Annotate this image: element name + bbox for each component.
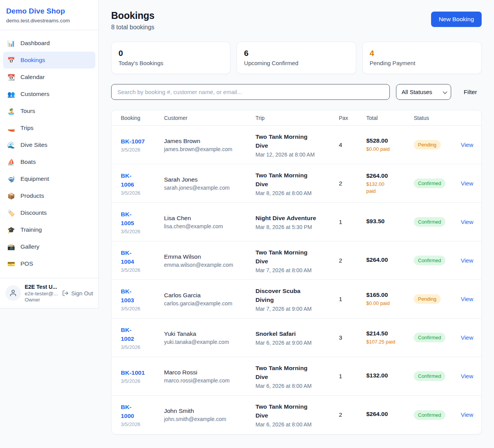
sidebar-item-label: Boats	[20, 158, 36, 165]
shop-name: Demo Dive Shop	[6, 7, 92, 15]
status-cell: Confirmed	[414, 256, 461, 265]
booking-date: 3/5/2026	[121, 147, 159, 153]
logout-icon	[62, 290, 69, 296]
customer-name: Marco Rossi	[164, 369, 251, 376]
booking-id-link[interactable]: BK-1006	[121, 171, 159, 189]
booking-id-link[interactable]: BK-1005	[121, 210, 159, 227]
trip-name: Two Tank MorningDive	[255, 402, 334, 420]
view-link[interactable]: View	[461, 141, 473, 148]
trip-datetime: Mar 6, 2026 at 8:00 AM	[255, 421, 334, 428]
sidebar-item-tours[interactable]: 🏝️ Tours	[3, 103, 95, 120]
booking-cell: BK-1001 3/5/2026	[112, 368, 164, 384]
view-link[interactable]: View	[461, 296, 473, 302]
sidebar-item-calendar[interactable]: 📆 Calendar	[3, 69, 95, 86]
customer-email: lisa.chen@example.com	[164, 223, 251, 229]
sign-out-button[interactable]: Sign Out	[62, 290, 93, 296]
customer-name: Sarah Jones	[164, 176, 251, 183]
customer-name: John Smith	[164, 408, 251, 414]
sidebar-item-bookings[interactable]: 📅 Bookings	[3, 52, 95, 69]
status-cell: Confirmed	[414, 217, 461, 227]
sidebar-item-label: Discounts	[20, 209, 47, 216]
search-input[interactable]	[111, 84, 390, 100]
total-cell: $264.00 $132.00paid	[366, 172, 414, 195]
sidebar-item-training[interactable]: 🎓 Training	[3, 221, 95, 238]
table-row: BK-1003 3/5/2026 Carlos Garcia carlos.ga…	[112, 280, 481, 318]
status-badge: Confirmed	[414, 256, 445, 265]
view-link[interactable]: View	[461, 411, 473, 418]
customer-name: James Brown	[164, 138, 251, 145]
total-amount: $264.00	[366, 256, 409, 263]
stat-card-upcoming-confirmed: 6 Upcoming Confirmed	[237, 42, 356, 74]
booking-cell: BK-1000 3/5/2026	[112, 403, 164, 427]
filter-button[interactable]: Filter	[464, 89, 477, 96]
sidebar-item-boats[interactable]: ⛵ Boats	[3, 153, 95, 170]
sidebar-item-gallery[interactable]: 📸 Gallery	[3, 238, 95, 255]
view-link[interactable]: View	[461, 373, 473, 379]
total-amount: $165.00	[366, 291, 409, 298]
trip-name: Two Tank MorningDive	[255, 132, 334, 150]
sidebar-item-pos[interactable]: 💳 POS	[3, 255, 95, 272]
package-icon: 📦	[7, 192, 15, 200]
stat-label: Today's Bookings	[118, 60, 223, 66]
stat-card-todays-bookings: 0 Today's Bookings	[111, 42, 230, 74]
status-select[interactable]: All Statuses	[396, 84, 451, 100]
sidebar-item-label: Dive Sites	[20, 141, 47, 148]
shop-header: Demo Dive Shop demo.test.divestreams.com	[0, 0, 98, 30]
booking-cell: BK-1007 3/5/2026	[112, 137, 164, 153]
table-row: BK-1005 3/5/2026 Lisa Chen lisa.chen@exa…	[112, 203, 481, 241]
booking-id-link[interactable]: BK-1002	[121, 325, 159, 343]
trip-cell: Night Dive Adventure Mar 8, 2026 at 5:30…	[255, 214, 339, 230]
status-cell: Pending	[414, 294, 461, 304]
sidebar-item-dashboard[interactable]: 📊 Dashboard	[3, 35, 95, 52]
sidebar-item-label: Dashboard	[20, 40, 50, 47]
sidebar-item-trips[interactable]: 🚤 Trips	[3, 120, 95, 136]
bar-chart-icon: 📊	[7, 40, 15, 47]
sidebar-item-equipment[interactable]: 🤿 Equipment	[3, 170, 95, 187]
customer-name: Yuki Tanaka	[164, 330, 251, 337]
total-cell: $528.00 $0.00 paid	[366, 137, 414, 153]
paid-amount: $107.25 paid	[366, 339, 409, 345]
sailboat-icon: ⛵	[7, 158, 15, 166]
table-row: BK-1007 3/5/2026 James Brown james.brown…	[112, 126, 481, 164]
island-icon: 🏝️	[7, 108, 15, 115]
total-amount: $132.00	[366, 372, 409, 379]
status-badge: Confirmed	[414, 217, 445, 227]
booking-id-link[interactable]: BK-1001	[121, 368, 159, 377]
booking-date: 3/5/2026	[121, 344, 159, 350]
booking-id-link[interactable]: BK-1007	[121, 137, 159, 146]
new-booking-button[interactable]: New Booking	[431, 12, 482, 27]
view-link[interactable]: View	[461, 180, 473, 187]
total-cell: $264.00	[366, 256, 414, 265]
sidebar-item-label: POS	[20, 260, 33, 267]
customer-email: yuki.tanaka@example.com	[164, 339, 251, 345]
page-header: Bookings 8 total bookings New Booking	[111, 10, 482, 31]
sidebar-item-label: Customers	[20, 91, 49, 98]
booking-id-link[interactable]: BK-1004	[121, 248, 159, 266]
sidebar-item-products[interactable]: 📦 Products	[3, 187, 95, 204]
view-link[interactable]: View	[461, 257, 473, 264]
sidebar-item-label: Trips	[20, 125, 34, 131]
view-link[interactable]: View	[461, 219, 473, 225]
customer-email: carlos.garcia@example.com	[164, 300, 251, 307]
total-amount: $264.00	[366, 411, 409, 418]
total-cell: $214.50 $107.25 paid	[366, 330, 414, 345]
people-icon: 👥	[7, 91, 15, 98]
trip-cell: Two Tank MorningDive Mar 12, 2026 at 8:0…	[255, 132, 339, 158]
booking-id-link[interactable]: BK-1000	[121, 403, 159, 420]
customer-email: james.brown@example.com	[164, 146, 251, 152]
user-icon	[9, 289, 17, 297]
booking-date: 3/5/2026	[121, 378, 159, 384]
view-link[interactable]: View	[461, 334, 473, 341]
diving-mask-icon: 🤿	[7, 175, 15, 183]
trip-cell: Snorkel Safari Mar 6, 2026 at 9:00 AM	[255, 329, 339, 346]
pax-cell: 1	[339, 296, 366, 303]
stat-label: Upcoming Confirmed	[244, 60, 349, 66]
sidebar-nav: 📊 Dashboard 📅 Bookings 📆 Calendar 👥 Cust…	[0, 30, 98, 275]
sidebar-item-customers[interactable]: 👥 Customers	[3, 86, 95, 103]
table-row: BK-1004 3/5/2026 Emma Wilson emma.wilson…	[112, 241, 481, 280]
sidebar-item-dive-sites[interactable]: 🌊 Dive Sites	[3, 136, 95, 153]
total-cell: $165.00 $0.00 paid	[366, 291, 414, 307]
booking-id-link[interactable]: BK-1003	[121, 287, 159, 305]
sidebar-item-discounts[interactable]: 🏷️ Discounts	[3, 204, 95, 221]
sidebar-user-footer: E2E Test U... e2e-tester@... Owner Sign …	[0, 278, 98, 308]
